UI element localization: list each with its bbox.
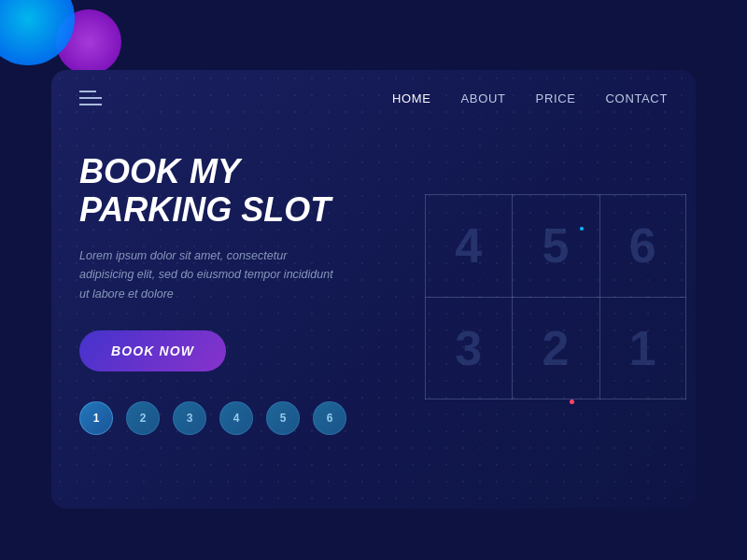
slot-2[interactable]: 2: [512, 297, 599, 399]
page-dot-2[interactable]: 2: [126, 401, 160, 435]
page-dot-1[interactable]: 1: [79, 401, 113, 435]
deco-dot-4: [570, 399, 574, 404]
nav-home[interactable]: HOME: [392, 91, 431, 105]
parking-grid: 4 5 6 3 2 1: [425, 194, 686, 399]
book-now-button[interactable]: BOOK NOW: [79, 330, 226, 371]
hamburger-line2: [79, 97, 102, 99]
nav-about[interactable]: ABOUT: [461, 91, 506, 105]
hamburger-line1: [79, 91, 96, 92]
slot-6[interactable]: 6: [599, 194, 686, 297]
navbar: HOME ABOUT PRICE CONTACT: [51, 70, 696, 115]
left-section: BOOK MY PARKING SLOT Lorem ipsum dolor s…: [79, 143, 425, 435]
right-section: 4 5 6 3 2 1: [425, 133, 686, 460]
nav-links: HOME ABOUT PRICE CONTACT: [392, 91, 668, 105]
slot-3[interactable]: 3: [425, 297, 512, 399]
page-dot-3[interactable]: 3: [173, 401, 206, 435]
nav-price[interactable]: PRICE: [536, 91, 576, 105]
slot-4[interactable]: 4: [425, 194, 512, 297]
hamburger-menu[interactable]: [79, 91, 102, 105]
page-dot-6[interactable]: 6: [313, 401, 346, 435]
content-area: BOOK MY PARKING SLOT Lorem ipsum dolor s…: [51, 115, 696, 488]
slot-5[interactable]: 5: [512, 194, 599, 297]
pagination: 1 2 3 4 5 6: [79, 401, 425, 435]
hamburger-line3: [79, 104, 102, 105]
slot-1[interactable]: 1: [599, 297, 686, 399]
page-dot-5[interactable]: 5: [266, 401, 300, 435]
page-dot-4[interactable]: 4: [219, 401, 253, 435]
description-text: Lorem ipsum dolor sit amet, consectetur …: [79, 246, 341, 304]
nav-contact[interactable]: CONTACT: [606, 91, 668, 105]
main-title: BOOK MY PARKING SLOT: [79, 152, 425, 230]
main-card: HOME ABOUT PRICE CONTACT BOOK MY PARKING…: [51, 70, 696, 509]
